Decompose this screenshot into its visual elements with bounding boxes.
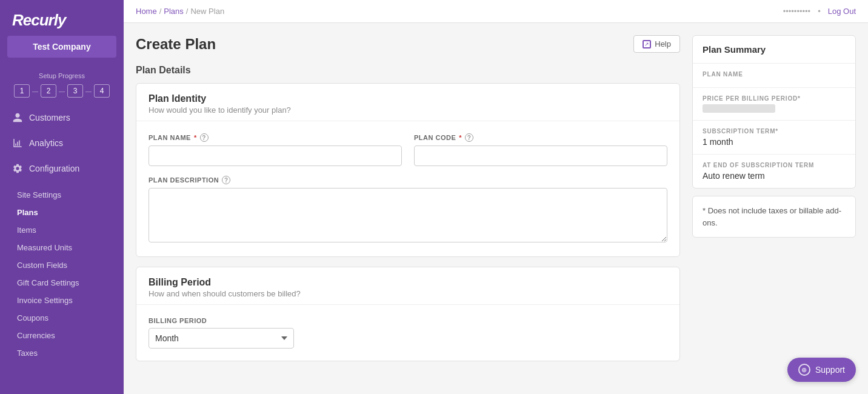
support-icon: ⊕ xyxy=(798,364,810,376)
sidebar-item-customers[interactable]: Customers xyxy=(0,105,124,130)
help-icon: ↗ xyxy=(643,40,651,48)
plan-description-label: PLAN DESCRIPTION ? xyxy=(149,176,667,184)
summary-plan-name-row: PLAN NAME xyxy=(693,64,855,88)
company-button[interactable]: Test Company xyxy=(7,36,116,58)
subnav-custom-fields[interactable]: Custom Fields xyxy=(0,256,124,274)
plan-name-code-row: PLAN NAME * ? PLAN CODE * ? xyxy=(149,133,667,166)
configuration-subnav: Site Settings Plans Items Measured Units… xyxy=(0,186,124,362)
subnav-items[interactable]: Items xyxy=(0,221,124,239)
plan-name-help-icon[interactable]: ? xyxy=(200,133,209,142)
plan-code-input[interactable] xyxy=(414,145,667,166)
plan-code-required: * xyxy=(459,134,462,141)
breadcrumb-home[interactable]: Home xyxy=(136,7,157,16)
step-3: 3 xyxy=(67,84,83,98)
topbar-user: •••••••••• xyxy=(783,7,811,16)
plan-code-label: PLAN CODE * ? xyxy=(414,133,667,142)
subnav-measured-units[interactable]: Measured Units xyxy=(0,239,124,256)
logo: Recurly xyxy=(0,0,124,36)
step-sep-2: — xyxy=(59,88,65,95)
section-title: Plan Details xyxy=(136,65,680,76)
summary-subscription-label: SUBSCRIPTION TERM* xyxy=(703,128,846,135)
page-header: Create Plan ↗ Help xyxy=(136,35,680,53)
subnav-gift-card-settings[interactable]: Gift Card Settings xyxy=(0,274,124,292)
subnav-currencies[interactable]: Currencies xyxy=(0,327,124,344)
summary-subscription-row: SUBSCRIPTION TERM* 1 month xyxy=(693,121,855,155)
summary-end-of-term-value: Auto renew term xyxy=(703,171,846,181)
billing-period-card: Billing Period How and when should custo… xyxy=(136,267,680,361)
billing-period-body: BILLING PERIOD Day Week Month Year xyxy=(136,305,679,361)
billing-period-subtitle: How and when should customers be billed? xyxy=(149,289,667,298)
plan-name-group: PLAN NAME * ? xyxy=(149,133,402,166)
summary-price-blurred xyxy=(703,104,775,113)
nav-section: Customers Analytics Configuration xyxy=(0,105,124,186)
support-button[interactable]: ⊕ Support xyxy=(787,358,856,382)
person-icon xyxy=(12,112,23,123)
sidebar-item-analytics[interactable]: Analytics xyxy=(0,130,124,156)
topbar: Home / Plans / New Plan •••••••••• • Log… xyxy=(124,0,868,23)
subnav-taxes[interactable]: Taxes xyxy=(0,344,124,362)
breadcrumb-sep-1: / xyxy=(159,7,162,16)
step-sep-3: — xyxy=(85,88,92,95)
logout-link[interactable]: Log Out xyxy=(828,7,856,16)
sidebar-item-configuration[interactable]: Configuration xyxy=(0,156,124,181)
progress-steps: 1 — 2 — 3 — 4 xyxy=(10,84,114,98)
plan-identity-header: Plan Identity How would you like to iden… xyxy=(136,84,679,121)
plan-description-help-icon[interactable]: ? xyxy=(222,176,230,184)
form-area: Create Plan ↗ Help Plan Details Plan Ide… xyxy=(136,35,680,382)
summary-price-value xyxy=(703,104,846,113)
main-area: Home / Plans / New Plan •••••••••• • Log… xyxy=(124,0,868,394)
topbar-dot: • xyxy=(818,7,821,16)
sidebar: Recurly Test Company Setup Progress 1 — … xyxy=(0,0,124,394)
summary-price-row: PRICE PER BILLING PERIOD* xyxy=(693,88,855,121)
content-wrapper: Create Plan ↗ Help Plan Details Plan Ide… xyxy=(124,23,868,394)
summary-card: Plan Summary PLAN NAME PRICE PER BILLING… xyxy=(692,35,856,189)
summary-price-label: PRICE PER BILLING PERIOD* xyxy=(703,95,846,102)
plan-identity-subtitle: How would you like to identify your plan… xyxy=(149,105,667,115)
subnav-plans[interactable]: Plans xyxy=(0,204,124,221)
summary-title: Plan Summary xyxy=(693,36,855,64)
support-label: Support xyxy=(815,365,845,375)
summary-plan-name-label: PLAN NAME xyxy=(703,71,846,78)
step-2: 2 xyxy=(41,84,56,98)
breadcrumb: Home / Plans / New Plan xyxy=(136,7,224,16)
summary-note: * Does not include taxes or billable add… xyxy=(692,196,856,238)
summary-end-of-term-label: AT END OF SUBSCRIPTION TERM xyxy=(703,162,846,169)
page-title: Create Plan xyxy=(136,36,216,53)
analytics-label: Analytics xyxy=(29,138,63,148)
billing-period-header: Billing Period How and when should custo… xyxy=(136,267,679,305)
plan-identity-title: Plan Identity xyxy=(149,93,667,104)
summary-end-of-term-row: AT END OF SUBSCRIPTION TERM Auto renew t… xyxy=(693,155,855,188)
subnav-coupons[interactable]: Coupons xyxy=(0,309,124,327)
plan-description-group: PLAN DESCRIPTION ? xyxy=(149,176,667,244)
customers-label: Customers xyxy=(29,113,70,122)
plan-code-help-icon[interactable]: ? xyxy=(465,133,473,142)
breadcrumb-sep-2: / xyxy=(186,7,189,16)
billing-period-label: BILLING PERIOD xyxy=(149,317,667,324)
subnav-site-settings[interactable]: Site Settings xyxy=(0,186,124,204)
plan-name-input[interactable] xyxy=(149,145,402,166)
plan-name-label: PLAN NAME * ? xyxy=(149,133,402,142)
billing-period-group: BILLING PERIOD Day Week Month Year xyxy=(149,317,667,349)
summary-panel: Plan Summary PLAN NAME PRICE PER BILLING… xyxy=(692,35,856,382)
plan-identity-body: PLAN NAME * ? PLAN CODE * ? xyxy=(136,121,679,256)
setup-progress: Setup Progress 1 — 2 — 3 — 4 xyxy=(0,67,124,105)
help-button[interactable]: ↗ Help xyxy=(633,35,680,53)
billing-period-title: Billing Period xyxy=(149,277,667,288)
setup-label: Setup Progress xyxy=(10,72,114,79)
plan-name-required: * xyxy=(194,134,197,141)
summary-subscription-value: 1 month xyxy=(703,137,846,147)
breadcrumb-plans[interactable]: Plans xyxy=(164,7,184,16)
step-1: 1 xyxy=(14,84,30,98)
help-label: Help xyxy=(655,39,671,48)
billing-period-select[interactable]: Day Week Month Year xyxy=(149,328,294,349)
breadcrumb-current: New Plan xyxy=(190,7,224,16)
chart-icon xyxy=(12,138,23,149)
plan-code-group: PLAN CODE * ? xyxy=(414,133,667,166)
gear-icon xyxy=(12,163,23,174)
plan-identity-card: Plan Identity How would you like to iden… xyxy=(136,83,680,257)
step-sep-1: — xyxy=(32,88,38,95)
configuration-label: Configuration xyxy=(29,164,79,173)
subnav-invoice-settings[interactable]: Invoice Settings xyxy=(0,292,124,309)
plan-description-input[interactable] xyxy=(149,188,667,242)
step-4: 4 xyxy=(94,84,110,98)
